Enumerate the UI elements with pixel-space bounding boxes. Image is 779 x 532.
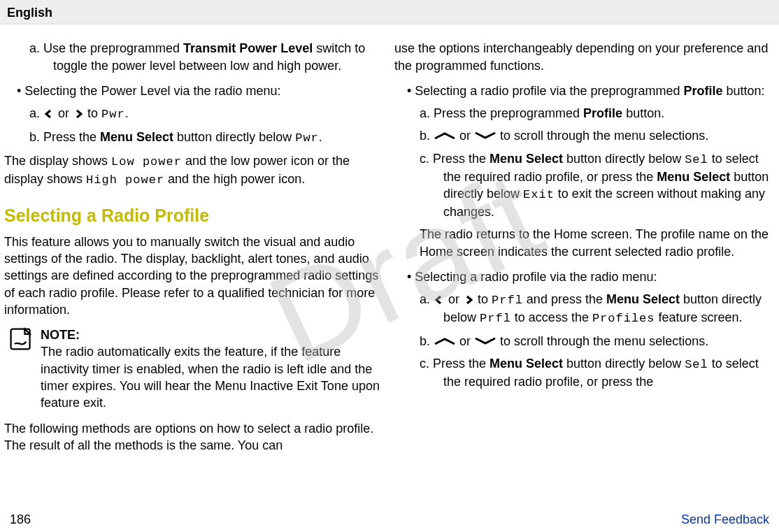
note-icon (8, 326, 34, 352)
right-column: use the options interchangeably dependin… (394, 34, 772, 459)
note-text: NOTE: The radio automatically exits the … (41, 326, 382, 411)
send-feedback-link[interactable]: Send Feedback (681, 511, 769, 528)
r2-step-b-scroll: b. or to scroll through the menu selecti… (394, 333, 772, 350)
intro-paragraph: This feature allows you to manually swit… (4, 233, 382, 318)
r-step-a-press-profile: a. Press the preprogrammed Profile butto… (394, 105, 772, 122)
section-heading: Selecting a Radio Profile (4, 204, 382, 228)
page-header: English (0, 0, 779, 24)
right-arrow-icon (463, 295, 474, 305)
r-step-b-scroll: b. or to scroll through the menu selecti… (394, 127, 772, 144)
bullet-power-level-menu: • Selecting the Power Level via the radi… (4, 82, 382, 99)
left-column: a. Use the preprogrammed Transmit Power … (4, 34, 382, 459)
bullet-profile-menu: • Selecting a radio profile via the radi… (394, 268, 772, 285)
r2-step-c-select: c. Press the Menu Select button directly… (394, 355, 772, 390)
return-home-paragraph: The radio returns to the Home screen. Th… (394, 226, 772, 260)
methods-paragraph: The following methods are options on how… (4, 420, 382, 454)
r2-step-a-prfl: a. or to Prfl and press the Menu Select … (394, 291, 772, 327)
display-shows-power: The display shows Low power and the low … (4, 152, 382, 189)
down-arrow-icon (474, 131, 496, 140)
step-a-arrows-pwr: a. or to Pwr. (4, 105, 382, 123)
page-number: 186 (10, 511, 31, 528)
step-b-menu-select-pwr: b. Press the Menu Select button directly… (4, 129, 382, 147)
step-a-power-switch: a. Use the preprogrammed Transmit Power … (4, 40, 382, 74)
up-arrow-icon (434, 337, 456, 345)
note-block: NOTE: The radio automatically exits the … (8, 326, 382, 411)
footer: 186 Send Feedback (0, 511, 779, 528)
left-arrow-icon (434, 295, 445, 305)
bullet-profile-button: • Selecting a radio profile via the prep… (394, 82, 772, 99)
down-arrow-icon (474, 337, 496, 345)
left-arrow-icon (43, 109, 55, 119)
right-arrow-icon (73, 109, 84, 119)
r-step-c-select-exit: c. Press the Menu Select button directly… (394, 150, 772, 220)
content-columns: a. Use the preprogrammed Transmit Power … (0, 24, 779, 459)
cont-paragraph: use the options interchangeably dependin… (394, 40, 772, 74)
up-arrow-icon (434, 131, 456, 140)
